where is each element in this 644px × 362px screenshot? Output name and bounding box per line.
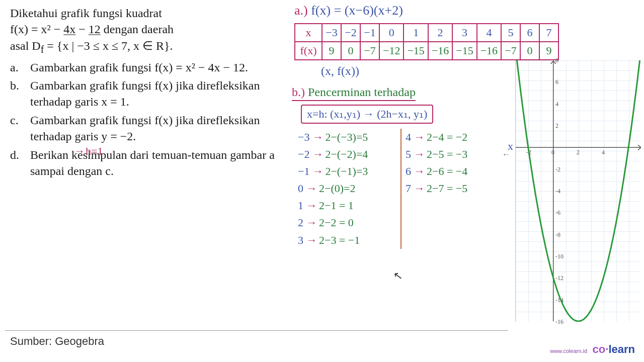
y-tick: 6 — [555, 78, 558, 86]
reflection-row: 1 → 2−1 = 1 — [298, 197, 397, 214]
item-letter: d. — [10, 147, 30, 179]
problem-item: b.Gambarkan grafik fungsi f(x) jika dire… — [10, 77, 287, 110]
table-cell: −12 — [379, 42, 404, 60]
table-cell: 0 — [341, 42, 360, 60]
reflection-row: −3 → 2−(−3)=5 — [298, 129, 397, 146]
item-body: Berikan kesimpulan dari temuan-temuan ga… — [30, 147, 287, 179]
answer-b-text: Pencerminan terhadap — [308, 85, 416, 99]
problem-item: d.Berikan kesimpulan dari temuan-temuan … — [10, 147, 287, 179]
table-cell: 6 — [520, 24, 539, 42]
answer-a-letter: a.) — [294, 3, 308, 18]
y-tick: 2 — [555, 122, 558, 130]
intro-line2: f(x) = x² − 4x − 12 dengan daerah — [10, 23, 174, 36]
table-cell: 0 — [520, 42, 539, 60]
y-tick: -8 — [555, 231, 560, 239]
reflection-row: −1 → 2−(−1)=3 — [298, 163, 397, 180]
item-body: Gambarkan grafik fungsi f(x) = x² − 4x −… — [30, 59, 287, 75]
x-arrow-left: ← — [502, 150, 510, 159]
answer-b-heading: b.) Pencerminan terhadap — [292, 85, 416, 101]
coord-note: (x, f(x)) — [321, 64, 359, 78]
svg-line-1 — [638, 147, 641, 150]
reflection-row: 0 → 2−(0)=2 — [298, 180, 397, 197]
table-cell: 1 — [404, 24, 428, 42]
problem-item: a.Gambarkan grafik fungsi f(x) = x² − 4x… — [10, 59, 287, 75]
annotation-arrow-h: → — [74, 145, 85, 158]
reflection-row: 3 → 2−3 = −1 — [298, 232, 397, 249]
table-cell: −15 — [404, 42, 428, 60]
brand-footer: www.colearn.id co·learn — [550, 343, 635, 356]
table-cell: 9 — [322, 42, 341, 60]
intro-line3: asal Df = {x | −3 ≤ x ≤ 7, x ∈ R}. — [10, 39, 173, 52]
item-letter: c. — [10, 112, 30, 145]
reflection-row: 7 → 2−7 = −5 — [406, 180, 509, 197]
value-table: x−3−2−101234567 f(x)90−7−12−15−16−15−16−… — [294, 23, 559, 60]
problem-item: c.Gambarkan grafik fungsi f(x) jika dire… — [10, 112, 287, 145]
reflection-row: 6 → 2−6 = −4 — [406, 163, 509, 180]
y-tick: -14 — [555, 297, 564, 304]
table-cell: 5 — [501, 24, 520, 42]
item-body: Gambarkan grafik fungsi f(x) jika direfl… — [30, 77, 287, 110]
x-tick: 4 — [602, 149, 605, 156]
item-body: Gambarkan grafik fungsi f(x) jika direfl… — [30, 112, 287, 145]
table-cell: −15 — [452, 42, 476, 60]
reflection-row: −2 → 2−(−2)=4 — [298, 146, 397, 163]
table-cell: −3 — [322, 24, 341, 42]
table-cell: −2 — [341, 24, 360, 42]
reflection-row: 2 → 2−2 = 0 — [298, 214, 397, 231]
table-x-label: x — [295, 24, 322, 42]
reflection-calculations: −3 → 2−(−3)=5−2 → 2−(−2)=4−1 → 2−(−1)=30… — [298, 129, 509, 249]
table-cell: −7 — [360, 42, 379, 60]
table-fx-label: f(x) — [295, 42, 322, 60]
answer-a-heading: a.) f(x) = (x−6)(x+2) — [294, 3, 403, 18]
problem-statement: Diketahui grafik fungsi kuadrat f(x) = x… — [10, 5, 287, 181]
table-cell: 7 — [539, 24, 558, 42]
table-cell: 0 — [379, 24, 404, 42]
reflection-row: 4 → 2−4 = −2 — [406, 129, 509, 146]
parabola-chart: 8642-2-4-6-8-10-12-14-16-2024 — [515, 60, 641, 322]
y-tick: -10 — [555, 253, 564, 260]
answer-b-letter: b.) — [292, 85, 305, 99]
problem-intro: Diketahui grafik fungsi kuadrat f(x) = x… — [10, 5, 287, 56]
x-tick: 2 — [577, 149, 580, 156]
table-cell: −7 — [501, 42, 520, 60]
y-tick: -2 — [555, 166, 560, 173]
x-tick: -2 — [526, 149, 531, 156]
chart-svg — [516, 60, 641, 322]
table-cell: 2 — [428, 24, 452, 42]
table-cell: 4 — [477, 24, 501, 42]
intro-line1: Diketahui grafik fungsi kuadrat — [10, 7, 162, 20]
brand-url: www.colearn.id — [550, 348, 587, 354]
annotation-h-equals-1: h=1 — [86, 145, 103, 158]
answer-a-expr: f(x) = (x−6)(x+2) — [311, 3, 403, 18]
x-tick: 0 — [551, 149, 554, 156]
source-label: Sumber: Geogebra — [10, 335, 104, 348]
y-tick: 8 — [555, 57, 558, 64]
table-cell: −1 — [360, 24, 379, 42]
divider — [5, 330, 508, 331]
y-tick: -16 — [555, 318, 564, 326]
y-tick: 4 — [555, 101, 558, 108]
table-cell: −16 — [428, 42, 452, 60]
table-cell: −16 — [477, 42, 501, 60]
reflection-row: 5 → 2−5 = −3 — [406, 146, 509, 163]
parabola-curve — [516, 60, 641, 321]
y-tick: -4 — [555, 188, 560, 195]
y-tick: -12 — [555, 275, 564, 282]
reflection-rule: x=h: (x₁,y₁) → (2h−x₁, y₁) — [301, 105, 433, 124]
y-tick: -6 — [555, 209, 560, 217]
item-letter: a. — [10, 59, 30, 75]
item-letter: b. — [10, 77, 30, 110]
cursor-icon: ↖ — [392, 269, 403, 283]
brand-logo: co·learn — [593, 343, 635, 355]
table-cell: 3 — [452, 24, 476, 42]
